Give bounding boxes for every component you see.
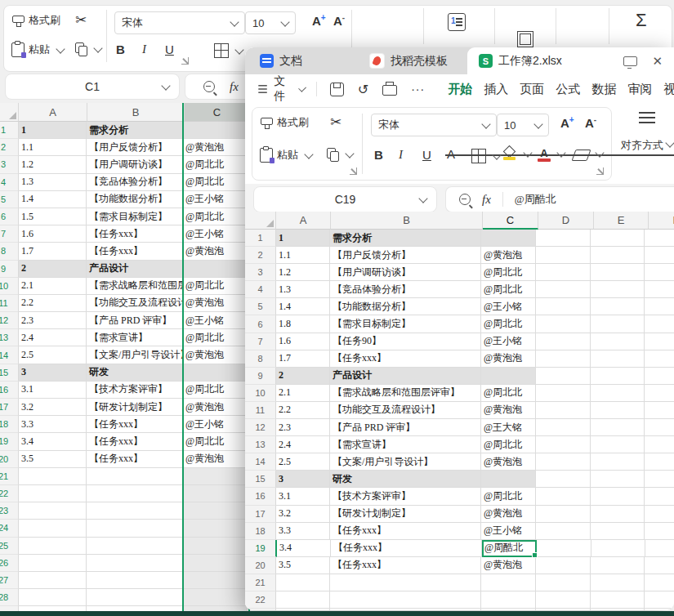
cell-A5[interactable]: 1.4 (19, 191, 87, 208)
menu-item-7[interactable]: 视图 (663, 82, 674, 97)
cell-E17[interactable] (591, 506, 645, 523)
column-header-C[interactable]: C (185, 103, 250, 122)
cell-A19[interactable]: 3.4 (19, 433, 87, 450)
cell-B12[interactable]: 【产品 PRD 评审】 (87, 312, 183, 329)
fx-icon[interactable]: fx (230, 80, 239, 94)
cell-B14[interactable]: 【文案/用户引导设计】 (87, 346, 183, 364)
cell-B20[interactable]: 【任务xxx】 (330, 557, 481, 574)
cell-D23[interactable] (536, 609, 591, 610)
cell-B7[interactable]: 【任务xxx】 (87, 225, 183, 243)
cell-C25[interactable] (183, 538, 248, 555)
cell-A1[interactable]: 1 (276, 230, 330, 247)
cell-F9[interactable] (645, 368, 674, 385)
cell-C1[interactable] (183, 122, 248, 139)
row-header-13[interactable]: 13 (245, 436, 276, 453)
print-icon[interactable] (382, 85, 397, 96)
cell-E1[interactable] (591, 230, 645, 247)
menu-item-6[interactable]: 审阅 (627, 82, 652, 97)
cell-B21[interactable] (330, 574, 481, 591)
cell-C8[interactable]: @黄泡泡 (183, 243, 248, 260)
row-header-22[interactable]: 22 (0, 485, 19, 502)
fg-clipboard-dialog-launcher[interactable] (350, 167, 357, 175)
cell-C13[interactable]: @周北北 (183, 329, 248, 346)
row-header-17[interactable]: 17 (245, 506, 276, 523)
cell-B12[interactable]: 【产品 PRD 评审】 (330, 419, 481, 436)
cell-D4[interactable] (536, 281, 591, 298)
row-header-8[interactable]: 8 (0, 243, 19, 260)
cell-D17[interactable] (536, 506, 591, 523)
row-header-18[interactable]: 18 (0, 416, 19, 433)
row-header-7[interactable]: 7 (245, 333, 276, 350)
menu-item-4[interactable]: 公式 (556, 82, 580, 97)
cell-A14[interactable]: 2.5 (19, 346, 87, 364)
cell-A16[interactable]: 3.1 (19, 382, 87, 399)
row-header-19[interactable]: 19 (245, 540, 277, 557)
cell-B21[interactable] (87, 468, 183, 485)
cell-E6[interactable] (591, 315, 645, 333)
cell-A10[interactable]: 2.1 (276, 385, 330, 402)
monitor-share-icon[interactable] (623, 56, 637, 66)
bg-format-painter-button[interactable]: 格式刷 (11, 13, 60, 28)
row-header-16[interactable]: 16 (245, 488, 276, 505)
cell-C10[interactable]: @周北北 (481, 385, 536, 402)
cell-C15[interactable] (481, 471, 536, 488)
close-icon[interactable]: ✕ (652, 54, 663, 69)
cell-D9[interactable] (536, 368, 591, 385)
row-header-1[interactable]: 1 (245, 230, 276, 247)
row-header-10[interactable]: 10 (245, 385, 276, 402)
cell-A25[interactable] (19, 538, 87, 555)
cell-D20[interactable] (536, 557, 591, 574)
cell-B16[interactable]: 【技术方案评审】 (87, 382, 183, 399)
cell-A9[interactable]: 2 (19, 261, 87, 278)
cell-C28[interactable] (183, 589, 248, 606)
cell-C17[interactable]: @黄泡泡 (183, 399, 248, 416)
row-header-12[interactable]: 12 (245, 419, 276, 436)
fg-copy-button[interactable] (327, 148, 353, 161)
fg-font-size-select[interactable]: 10 (497, 114, 549, 136)
cell-B3[interactable]: 【用户调研访谈】 (87, 156, 183, 173)
bg-font-name-select[interactable]: 宋体 (114, 11, 245, 34)
row-header-26[interactable]: 26 (0, 555, 19, 572)
row-header-7[interactable]: 7 (0, 225, 19, 243)
cell-A3[interactable]: 1.2 (276, 264, 330, 281)
cell-F20[interactable] (645, 557, 674, 574)
cell-D14[interactable] (536, 453, 591, 471)
cell-C26[interactable] (183, 555, 248, 572)
row-header-27[interactable]: 27 (0, 572, 19, 589)
cell-A21[interactable] (276, 574, 330, 591)
cell-A4[interactable]: 1.3 (19, 174, 87, 191)
cell-D5[interactable] (536, 298, 591, 315)
cell-C10[interactable]: @周北北 (183, 278, 248, 295)
cell-B3[interactable]: 【用户调研访谈】 (330, 264, 481, 281)
cell-B13[interactable]: 【需求宣讲】 (330, 436, 481, 453)
cell-E18[interactable] (591, 523, 645, 540)
cell-D11[interactable] (536, 402, 591, 419)
fg-borders-button[interactable] (471, 149, 500, 163)
cell-F7[interactable] (645, 333, 674, 350)
cell-C2[interactable]: @黄泡泡 (183, 139, 248, 156)
cell-B5[interactable]: 【功能数据分析】 (87, 191, 183, 208)
select-all-corner[interactable] (0, 103, 19, 122)
cell-B8[interactable]: 【任务xxx】 (87, 243, 183, 260)
row-header-5[interactable]: 5 (245, 298, 276, 315)
menu-item-1[interactable]: 开始 (448, 82, 472, 97)
cell-A18[interactable]: 3.3 (19, 416, 87, 433)
cell-B11[interactable]: 【功能交互及流程设计】 (330, 402, 481, 419)
cell-C7[interactable]: @王小铭 (183, 225, 248, 243)
cell-F4[interactable] (645, 281, 674, 298)
cell-D8[interactable] (536, 350, 591, 368)
cell-C18[interactable]: @王小铭 (481, 523, 536, 540)
bg-font-size-select[interactable]: 10 (245, 11, 296, 34)
cell-A27[interactable] (19, 572, 87, 589)
menu-item-3[interactable]: 页面 (520, 82, 544, 97)
cell-A12[interactable]: 2.3 (276, 419, 330, 436)
cell-A26[interactable] (19, 555, 87, 572)
menu-item-5[interactable]: 数据 (591, 82, 616, 97)
cell-C23[interactable] (183, 502, 248, 520)
cell-A21[interactable] (19, 468, 87, 485)
cell-C16[interactable]: @周北北 (183, 382, 248, 399)
cell-E10[interactable] (591, 385, 645, 402)
cell-C3[interactable]: @周北北 (183, 156, 248, 173)
row-header-4[interactable]: 4 (245, 281, 276, 298)
bg-bold-button[interactable]: B (116, 42, 125, 56)
